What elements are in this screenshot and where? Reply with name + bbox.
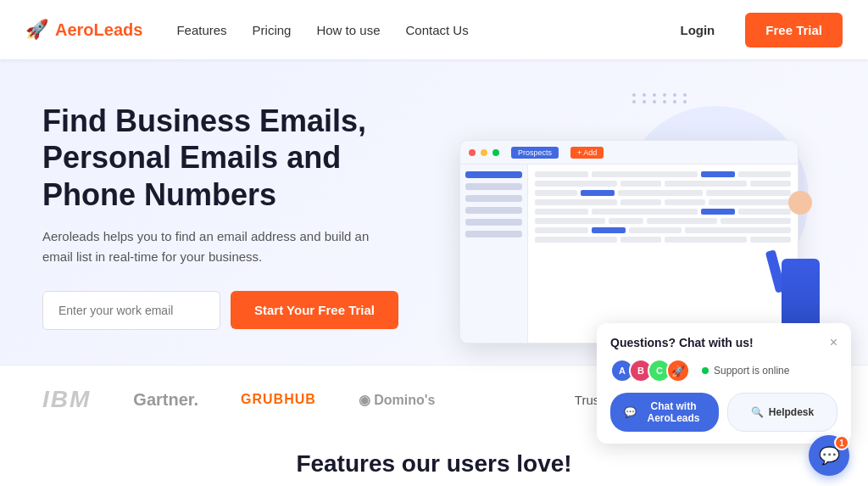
free-trial-nav-button[interactable]: Free Trial: [745, 13, 843, 47]
chat-with-aeroleads-button[interactable]: 💬 Chat with AeroLeads: [610, 393, 719, 432]
ibm-logo: IBM: [42, 386, 91, 413]
hero-subtitle: Aeroleads helps you to find an email add…: [42, 226, 398, 267]
dash-prospects-btn[interactable]: Prospects: [511, 147, 559, 159]
nav-link-contact-us[interactable]: Contact Us: [405, 23, 468, 37]
chat-btn-label: Chat with AeroLeads: [642, 400, 705, 424]
logo[interactable]: 🚀 AeroLeads: [25, 19, 142, 41]
hero-title: Find Business Emails, Personal Emails an…: [42, 103, 432, 213]
chat-notification-badge: 1: [834, 435, 849, 450]
hero-section: Find Business Emails, Personal Emails an…: [0, 59, 868, 365]
chat-icon: 💬: [624, 406, 637, 418]
chat-avatars: A B C 🚀: [610, 359, 690, 383]
dash-content: [528, 165, 798, 343]
nav-left: 🚀 AeroLeads Features Pricing How to use …: [25, 19, 469, 41]
dash-header: Prospects + Add: [460, 141, 798, 165]
hero-right: Prospects + Add: [432, 89, 826, 344]
logo-icon: 🚀: [25, 19, 48, 41]
chat-widget-header: Questions? Chat with us! ×: [610, 335, 837, 350]
nav-link-how-to-use[interactable]: How to use: [316, 23, 380, 37]
dot-green: [492, 149, 499, 156]
nav-link-pricing[interactable]: Pricing: [253, 23, 292, 37]
nav-link-features[interactable]: Features: [176, 23, 226, 37]
avatar-rocket: 🚀: [666, 359, 690, 383]
email-input[interactable]: [42, 291, 220, 330]
dot-yellow: [481, 149, 487, 156]
chat-close-button[interactable]: ×: [830, 335, 837, 350]
features-heading: Features our users love!: [42, 450, 826, 478]
chat-float-button[interactable]: 💬 1: [809, 435, 849, 476]
gartner-logo: Gartner.: [133, 390, 198, 410]
nav-links: Features Pricing How to use Contact Us: [176, 23, 468, 37]
dashboard-mockup: Prospects + Add: [459, 140, 798, 344]
decorative-dots: [632, 93, 690, 103]
grubhub-logo: GRUBHUB: [241, 392, 316, 407]
status-online-dot: [702, 367, 709, 374]
chat-widget: Questions? Chat with us! × A B C 🚀 Suppo…: [597, 323, 851, 444]
hero-form: Start Your Free Trial: [42, 291, 432, 330]
search-icon: 🔍: [751, 406, 764, 418]
helpdesk-button[interactable]: 🔍 Helpdesk: [727, 393, 837, 432]
dash-add-btn[interactable]: + Add: [570, 147, 604, 159]
nav-right: Login Free Trial: [663, 13, 843, 47]
chat-actions: 💬 Chat with AeroLeads 🔍 Helpdesk: [610, 393, 837, 432]
dot-red: [469, 149, 476, 156]
hero-person-illustration: [766, 191, 834, 344]
hero-left: Find Business Emails, Personal Emails an…: [42, 103, 432, 330]
chat-title: Questions? Chat with us!: [610, 336, 754, 349]
navbar: 🚀 AeroLeads Features Pricing How to use …: [0, 0, 868, 59]
helpdesk-label: Helpdesk: [769, 406, 814, 418]
status-label: Support is online: [714, 365, 789, 377]
dash-body: [460, 165, 798, 343]
start-trial-button[interactable]: Start Your Free Trial: [231, 291, 398, 329]
logo-text: AeroLeads: [55, 20, 142, 40]
client-logos: IBM Gartner. GRUBHUB ◉ Domino's: [42, 386, 565, 413]
dash-sidebar: [460, 165, 528, 343]
dominos-logo: ◉ Domino's: [359, 392, 436, 408]
login-button[interactable]: Login: [663, 16, 732, 44]
chat-status: A B C 🚀 Support is online: [610, 359, 837, 383]
